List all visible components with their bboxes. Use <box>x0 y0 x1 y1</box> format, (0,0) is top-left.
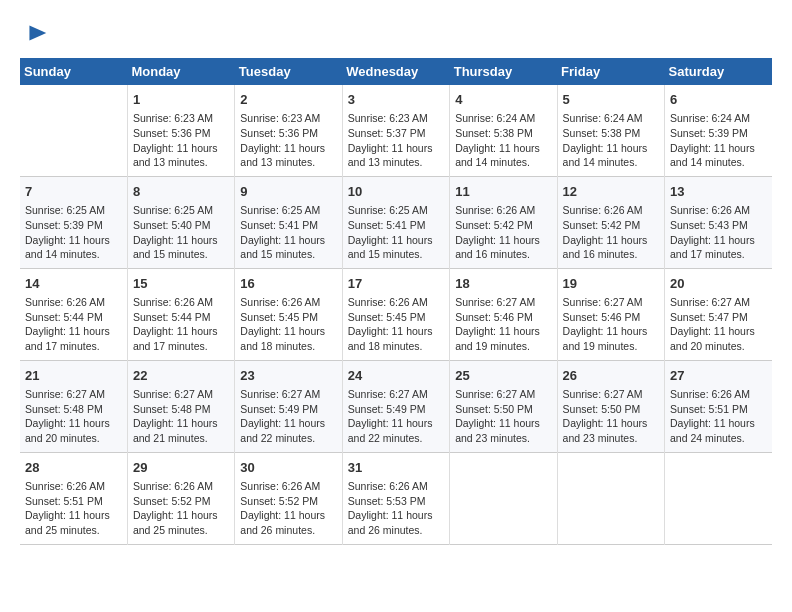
calendar-cell: 22Sunrise: 6:27 AM Sunset: 5:48 PM Dayli… <box>127 360 234 452</box>
day-number: 9 <box>240 183 336 201</box>
cell-info: Sunrise: 6:26 AM Sunset: 5:53 PM Dayligh… <box>348 479 444 538</box>
calendar-cell: 8Sunrise: 6:25 AM Sunset: 5:40 PM Daylig… <box>127 176 234 268</box>
weekday-header-thursday: Thursday <box>450 58 557 85</box>
calendar-cell: 9Sunrise: 6:25 AM Sunset: 5:41 PM Daylig… <box>235 176 342 268</box>
cell-info: Sunrise: 6:27 AM Sunset: 5:48 PM Dayligh… <box>25 387 122 446</box>
cell-info: Sunrise: 6:27 AM Sunset: 5:49 PM Dayligh… <box>348 387 444 446</box>
calendar-cell: 15Sunrise: 6:26 AM Sunset: 5:44 PM Dayli… <box>127 268 234 360</box>
cell-info: Sunrise: 6:26 AM Sunset: 5:52 PM Dayligh… <box>133 479 229 538</box>
calendar-cell: 3Sunrise: 6:23 AM Sunset: 5:37 PM Daylig… <box>342 85 449 176</box>
calendar-cell <box>450 452 557 544</box>
day-number: 19 <box>563 275 659 293</box>
day-number: 18 <box>455 275 551 293</box>
day-number: 12 <box>563 183 659 201</box>
svg-marker-0 <box>29 26 46 41</box>
cell-info: Sunrise: 6:27 AM Sunset: 5:49 PM Dayligh… <box>240 387 336 446</box>
calendar-cell: 12Sunrise: 6:26 AM Sunset: 5:42 PM Dayli… <box>557 176 664 268</box>
day-number: 26 <box>563 367 659 385</box>
day-number: 5 <box>563 91 659 109</box>
cell-info: Sunrise: 6:26 AM Sunset: 5:42 PM Dayligh… <box>563 203 659 262</box>
day-number: 4 <box>455 91 551 109</box>
cell-info: Sunrise: 6:27 AM Sunset: 5:46 PM Dayligh… <box>563 295 659 354</box>
weekday-header-wednesday: Wednesday <box>342 58 449 85</box>
calendar-cell: 19Sunrise: 6:27 AM Sunset: 5:46 PM Dayli… <box>557 268 664 360</box>
calendar-cell: 17Sunrise: 6:26 AM Sunset: 5:45 PM Dayli… <box>342 268 449 360</box>
calendar-cell: 6Sunrise: 6:24 AM Sunset: 5:39 PM Daylig… <box>665 85 772 176</box>
cell-info: Sunrise: 6:25 AM Sunset: 5:40 PM Dayligh… <box>133 203 229 262</box>
day-number: 14 <box>25 275 122 293</box>
day-number: 16 <box>240 275 336 293</box>
day-number: 31 <box>348 459 444 477</box>
cell-info: Sunrise: 6:26 AM Sunset: 5:44 PM Dayligh… <box>25 295 122 354</box>
calendar-table: SundayMondayTuesdayWednesdayThursdayFrid… <box>20 58 772 545</box>
calendar-cell: 28Sunrise: 6:26 AM Sunset: 5:51 PM Dayli… <box>20 452 127 544</box>
calendar-cell: 27Sunrise: 6:26 AM Sunset: 5:51 PM Dayli… <box>665 360 772 452</box>
cell-info: Sunrise: 6:23 AM Sunset: 5:37 PM Dayligh… <box>348 111 444 170</box>
cell-info: Sunrise: 6:27 AM Sunset: 5:50 PM Dayligh… <box>455 387 551 446</box>
cell-info: Sunrise: 6:23 AM Sunset: 5:36 PM Dayligh… <box>240 111 336 170</box>
day-number: 22 <box>133 367 229 385</box>
calendar-cell: 4Sunrise: 6:24 AM Sunset: 5:38 PM Daylig… <box>450 85 557 176</box>
day-number: 27 <box>670 367 767 385</box>
day-number: 21 <box>25 367 122 385</box>
cell-info: Sunrise: 6:26 AM Sunset: 5:51 PM Dayligh… <box>670 387 767 446</box>
day-number: 1 <box>133 91 229 109</box>
cell-info: Sunrise: 6:26 AM Sunset: 5:52 PM Dayligh… <box>240 479 336 538</box>
cell-info: Sunrise: 6:26 AM Sunset: 5:43 PM Dayligh… <box>670 203 767 262</box>
week-row-5: 28Sunrise: 6:26 AM Sunset: 5:51 PM Dayli… <box>20 452 772 544</box>
day-number: 17 <box>348 275 444 293</box>
calendar-cell: 24Sunrise: 6:27 AM Sunset: 5:49 PM Dayli… <box>342 360 449 452</box>
day-number: 29 <box>133 459 229 477</box>
calendar-cell: 10Sunrise: 6:25 AM Sunset: 5:41 PM Dayli… <box>342 176 449 268</box>
calendar-cell: 13Sunrise: 6:26 AM Sunset: 5:43 PM Dayli… <box>665 176 772 268</box>
cell-info: Sunrise: 6:27 AM Sunset: 5:47 PM Dayligh… <box>670 295 767 354</box>
calendar-cell: 26Sunrise: 6:27 AM Sunset: 5:50 PM Dayli… <box>557 360 664 452</box>
day-number: 28 <box>25 459 122 477</box>
calendar-cell: 18Sunrise: 6:27 AM Sunset: 5:46 PM Dayli… <box>450 268 557 360</box>
day-number: 23 <box>240 367 336 385</box>
calendar-cell: 21Sunrise: 6:27 AM Sunset: 5:48 PM Dayli… <box>20 360 127 452</box>
day-number: 10 <box>348 183 444 201</box>
week-row-1: 1Sunrise: 6:23 AM Sunset: 5:36 PM Daylig… <box>20 85 772 176</box>
calendar-cell: 29Sunrise: 6:26 AM Sunset: 5:52 PM Dayli… <box>127 452 234 544</box>
cell-info: Sunrise: 6:26 AM Sunset: 5:45 PM Dayligh… <box>348 295 444 354</box>
week-row-2: 7Sunrise: 6:25 AM Sunset: 5:39 PM Daylig… <box>20 176 772 268</box>
cell-info: Sunrise: 6:25 AM Sunset: 5:41 PM Dayligh… <box>240 203 336 262</box>
calendar-cell <box>665 452 772 544</box>
calendar-cell: 31Sunrise: 6:26 AM Sunset: 5:53 PM Dayli… <box>342 452 449 544</box>
calendar-cell <box>557 452 664 544</box>
calendar-cell: 5Sunrise: 6:24 AM Sunset: 5:38 PM Daylig… <box>557 85 664 176</box>
weekday-header-tuesday: Tuesday <box>235 58 342 85</box>
cell-info: Sunrise: 6:23 AM Sunset: 5:36 PM Dayligh… <box>133 111 229 170</box>
cell-info: Sunrise: 6:24 AM Sunset: 5:39 PM Dayligh… <box>670 111 767 170</box>
logo <box>20 20 50 48</box>
weekday-header-saturday: Saturday <box>665 58 772 85</box>
day-number: 11 <box>455 183 551 201</box>
day-number: 2 <box>240 91 336 109</box>
day-number: 24 <box>348 367 444 385</box>
cell-info: Sunrise: 6:24 AM Sunset: 5:38 PM Dayligh… <box>455 111 551 170</box>
cell-info: Sunrise: 6:26 AM Sunset: 5:44 PM Dayligh… <box>133 295 229 354</box>
cell-info: Sunrise: 6:27 AM Sunset: 5:46 PM Dayligh… <box>455 295 551 354</box>
day-number: 30 <box>240 459 336 477</box>
cell-info: Sunrise: 6:26 AM Sunset: 5:42 PM Dayligh… <box>455 203 551 262</box>
calendar-cell: 16Sunrise: 6:26 AM Sunset: 5:45 PM Dayli… <box>235 268 342 360</box>
cell-info: Sunrise: 6:25 AM Sunset: 5:39 PM Dayligh… <box>25 203 122 262</box>
weekday-header-sunday: Sunday <box>20 58 127 85</box>
day-number: 25 <box>455 367 551 385</box>
cell-info: Sunrise: 6:26 AM Sunset: 5:45 PM Dayligh… <box>240 295 336 354</box>
week-row-4: 21Sunrise: 6:27 AM Sunset: 5:48 PM Dayli… <box>20 360 772 452</box>
calendar-cell: 11Sunrise: 6:26 AM Sunset: 5:42 PM Dayli… <box>450 176 557 268</box>
day-number: 6 <box>670 91 767 109</box>
cell-info: Sunrise: 6:25 AM Sunset: 5:41 PM Dayligh… <box>348 203 444 262</box>
page-header <box>20 20 772 48</box>
day-number: 8 <box>133 183 229 201</box>
calendar-cell: 20Sunrise: 6:27 AM Sunset: 5:47 PM Dayli… <box>665 268 772 360</box>
calendar-cell: 23Sunrise: 6:27 AM Sunset: 5:49 PM Dayli… <box>235 360 342 452</box>
day-number: 3 <box>348 91 444 109</box>
cell-info: Sunrise: 6:27 AM Sunset: 5:48 PM Dayligh… <box>133 387 229 446</box>
day-number: 15 <box>133 275 229 293</box>
cell-info: Sunrise: 6:26 AM Sunset: 5:51 PM Dayligh… <box>25 479 122 538</box>
cell-info: Sunrise: 6:24 AM Sunset: 5:38 PM Dayligh… <box>563 111 659 170</box>
logo-icon <box>22 20 50 48</box>
